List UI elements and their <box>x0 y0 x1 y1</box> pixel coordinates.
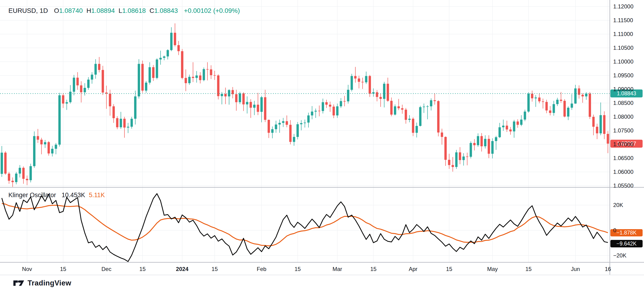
oscillator-ko-badge: −9.642K <box>610 240 642 247</box>
time-axis-label: 15 <box>139 266 146 272</box>
time-axis-label: 15 <box>446 266 452 272</box>
chart-canvas[interactable] <box>0 0 644 292</box>
indicator-title[interactable]: Klinger Oscillator <box>8 192 56 199</box>
tradingview-chart-window: EURUSD, 1D O1.08740 H1.08894 L1.08618 C1… <box>0 0 644 292</box>
price-axis-label: 1.11000 <box>613 31 633 37</box>
legend-open: O1.08740 <box>54 7 83 15</box>
price-axis-label: 1.09500 <box>613 72 634 79</box>
indicator-signal-value: 5.11K <box>89 192 105 199</box>
legend-close: C1.08843 <box>150 7 178 15</box>
time-axis-label: 15 <box>212 266 218 272</box>
indicator-ko-value: 10.453K <box>62 192 85 199</box>
time-axis-label: May <box>487 266 498 272</box>
price-axis-label: 1.10000 <box>613 58 634 65</box>
time-axis-label: Nov <box>22 266 32 272</box>
oscillator-axis-label: 20K <box>613 202 623 208</box>
price-axis-label: 1.12000 <box>613 3 634 10</box>
time-axis-label: 16 <box>605 266 611 272</box>
legend-change: +0.00102 (+0.09%) <box>184 7 240 15</box>
tradingview-logo[interactable]: TradingView <box>13 278 72 288</box>
time-axis-label: 15 <box>370 266 376 272</box>
tradingview-logo-icon <box>13 278 25 288</box>
time-axis-label: Apr <box>409 266 418 272</box>
price-axis-label: 1.08500 <box>613 100 634 106</box>
price-axis-label: 1.07000 <box>613 141 634 148</box>
symbol-legend[interactable]: EURUSD, 1D O1.08740 H1.08894 L1.08618 C1… <box>8 7 240 15</box>
time-axis-label: Jun <box>571 266 580 272</box>
price-axis-label: 1.08000 <box>613 114 634 120</box>
price-axis-label: 1.09000 <box>613 86 634 93</box>
price-axis-label: 1.06500 <box>613 155 634 161</box>
indicator-legend[interactable]: Klinger Oscillator 10.453K 5.11K <box>8 192 105 199</box>
symbol-name[interactable]: EURUSD, 1D <box>8 7 48 15</box>
time-axis-label: Dec <box>102 266 112 272</box>
oscillator-axis-label: 0 <box>613 227 616 234</box>
time-axis-label: 2024 <box>176 266 188 272</box>
time-axis-label: 15 <box>60 266 66 272</box>
tradingview-logo-text: TradingView <box>28 279 72 287</box>
time-axis-label: 15 <box>294 266 301 272</box>
legend-high: H1.08894 <box>86 7 115 15</box>
time-axis-label: Mar <box>332 266 342 272</box>
price-axis-label: 1.10500 <box>613 45 634 51</box>
price-axis-label: 1.11500 <box>613 17 633 24</box>
price-axis-label: 1.06000 <box>613 169 634 175</box>
price-axis-label: 1.05500 <box>613 182 634 189</box>
legend-low: L1.08618 <box>118 7 146 15</box>
oscillator-axis-label: −20K <box>613 252 626 259</box>
time-axis-label: 15 <box>526 266 532 272</box>
time-axis-label: Feb <box>257 266 266 272</box>
price-axis-label: 1.07500 <box>613 127 634 134</box>
